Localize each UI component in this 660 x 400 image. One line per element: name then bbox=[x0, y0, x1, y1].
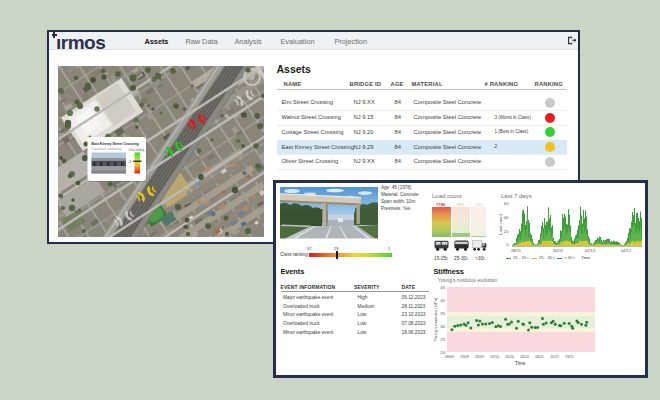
svg-text:Class ranking: Class ranking bbox=[128, 148, 144, 152]
svg-text:2: 2 bbox=[129, 159, 131, 163]
svg-text:East Kinney Street Crossing: East Kinney Street Crossing bbox=[91, 142, 138, 146]
svg-text:Continuous monitoring: Continuous monitoring bbox=[91, 147, 121, 151]
